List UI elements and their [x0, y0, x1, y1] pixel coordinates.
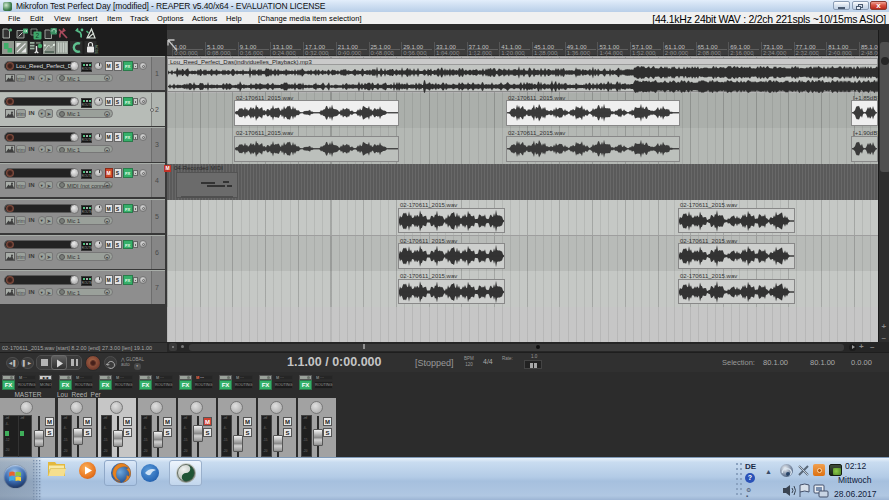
- svg-text:2: 2: [36, 32, 40, 39]
- svg-text:MODE: MODE: [94, 45, 98, 54]
